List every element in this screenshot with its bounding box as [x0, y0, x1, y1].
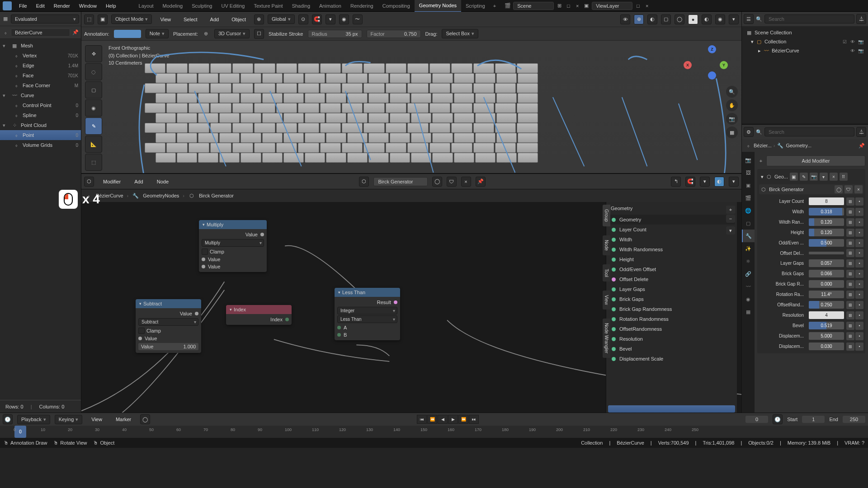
snap-to-icon[interactable]: ▾	[326, 14, 335, 24]
mod-options-icon[interactable]: ▾	[820, 173, 828, 181]
gp-item-2[interactable]: Witdh	[608, 235, 735, 244]
mod-render-icon[interactable]: 📷	[810, 173, 818, 181]
node-canvas[interactable]: Multiply Value Multiply Clamp Value Valu…	[81, 202, 741, 413]
menu-help[interactable]: Help	[101, 0, 121, 12]
keying-menu[interactable]: Keying	[55, 415, 83, 424]
tool-annotate[interactable]: ✎	[85, 117, 102, 135]
vtab-node-wrangler[interactable]: Node Wrangler	[603, 319, 610, 358]
gp-item-4[interactable]: Height	[608, 254, 735, 264]
timeline-ruler[interactable]: 0 01020304050607080901001101201301401501…	[0, 426, 868, 438]
snap-icon[interactable]: 🧲	[312, 14, 322, 24]
ws-sculpting[interactable]: Sculpting	[187, 0, 217, 12]
tree-volume[interactable]: ⬨Volume Grids0	[0, 140, 81, 150]
mode-dropdown[interactable]: Object Mode	[111, 14, 152, 24]
pin-icon[interactable]: 📌	[72, 29, 79, 36]
ptab-world[interactable]: 🌐	[742, 204, 755, 217]
ptab-output[interactable]: 🖼	[742, 166, 755, 179]
node-group-icon[interactable]: ⬡	[359, 177, 369, 187]
ptab-scene[interactable]: 🎬	[742, 192, 755, 204]
tree-mesh[interactable]: ▾▦Mesh	[0, 41, 81, 51]
out-scene-collection[interactable]: ▦Scene Collection	[744, 28, 866, 37]
ws-texture[interactable]: Texture Paint	[249, 0, 287, 12]
node-fake-icon[interactable]: 🛡	[447, 177, 457, 187]
node-snap-to-icon[interactable]: ▾	[700, 177, 710, 187]
node-users-icon[interactable]: ◯	[432, 177, 442, 187]
pc-pin-icon[interactable]: 📌	[858, 142, 865, 149]
ws-animation[interactable]: Animation	[315, 0, 346, 12]
pan-icon[interactable]: ✋	[726, 99, 738, 111]
eval-mode-dropdown[interactable]: Evaluated	[11, 14, 79, 23]
xray-icon[interactable]: ▢	[661, 14, 671, 24]
pc-obj[interactable]: Bézier...	[754, 143, 772, 148]
prop-search[interactable]: Search	[764, 127, 854, 136]
layer-new-icon[interactable]: □	[634, 2, 642, 9]
gp-item-1[interactable]: Layer Count	[608, 225, 735, 235]
col-hide-icon[interactable]: 👁	[849, 38, 856, 45]
placement-dropdown[interactable]: 3D Cursor	[214, 29, 250, 38]
3d-viewport[interactable]: ✥ ◌ ▢ ◉ ✎ 📐 ⬚ Front Orthographic (0) Col…	[81, 41, 741, 173]
node-overlay-opt-icon[interactable]: ▾	[729, 177, 739, 187]
ws-geometry-nodes[interactable]: Geometry Nodes	[415, 0, 461, 12]
add-mod-icon[interactable]: +	[757, 157, 764, 164]
menu-add-node[interactable]: Add	[130, 176, 148, 188]
lessthan-op[interactable]: Less Than	[337, 315, 397, 323]
menu-object[interactable]: Object	[227, 14, 250, 25]
node-lessthan[interactable]: Less Than Result Integer Less Than A B	[335, 288, 400, 340]
tree-facecorner[interactable]: ⬨Face CornerM	[0, 80, 81, 90]
ptab-viewlayer[interactable]: ▣	[742, 179, 755, 192]
tool-rotate[interactable]: ◉	[85, 99, 102, 117]
mod-extras-icon[interactable]: ⠿	[840, 173, 848, 181]
annotation-note[interactable]: Note	[146, 29, 169, 38]
node-index[interactable]: Index Index	[226, 305, 292, 325]
shading-solid-icon[interactable]: ●	[688, 14, 698, 24]
gp-item-5[interactable]: Odd/Even Offset	[608, 264, 735, 274]
ptab-constraints[interactable]: 🔗	[742, 267, 755, 280]
tree-curve[interactable]: ▾〰Curve	[0, 90, 81, 100]
ws-scripting[interactable]: Scripting	[461, 0, 490, 12]
ptab-texture[interactable]: ▦	[742, 305, 755, 318]
spreadsheet-icon[interactable]: ▦	[2, 15, 9, 23]
node-multiply[interactable]: Multiply Value Multiply Clamp Value Valu…	[199, 220, 267, 272]
object-icon[interactable]: ⬨	[2, 29, 9, 36]
shading-material-icon[interactable]: ◐	[702, 14, 712, 24]
proportional-icon[interactable]: ◉	[339, 14, 349, 24]
scene-name[interactable]: Scene	[513, 2, 554, 10]
tree-cp[interactable]: ⬨Control Point0	[0, 100, 81, 110]
axis-z[interactable]: Z	[708, 45, 716, 53]
jump-prev-key[interactable]: ⏪	[427, 415, 437, 424]
curve-render-icon[interactable]: 📷	[857, 47, 864, 54]
axis-x[interactable]: X	[684, 61, 692, 69]
node-multiply-header[interactable]: Multiply	[199, 220, 267, 229]
gp-scrollbar[interactable]	[608, 405, 735, 413]
menu-view[interactable]: View	[156, 14, 175, 25]
col-render-icon[interactable]: 📷	[857, 38, 864, 45]
gen-users[interactable]: ◯	[835, 185, 843, 193]
tree-pointcloud[interactable]: ▾⁘Point Cloud	[0, 120, 81, 130]
ws-layout[interactable]: Layout	[134, 0, 158, 12]
ptab-material[interactable]: ◉	[742, 293, 755, 305]
drag-dropdown[interactable]: Select Box	[442, 29, 478, 38]
vtab-tool[interactable]: Tool	[603, 264, 610, 282]
view-layer[interactable]: ViewLayer	[592, 2, 632, 10]
axis-neg-y[interactable]	[708, 71, 716, 80]
prop-options-icon[interactable]: ⏃	[856, 127, 866, 137]
gp-item-6[interactable]: Offset Delete	[608, 274, 735, 284]
annotation-color[interactable]	[114, 30, 141, 38]
axis-y[interactable]: Y	[720, 61, 728, 69]
filter-icon[interactable]: ⏃	[856, 14, 866, 24]
orientation-dropdown[interactable]: Global	[268, 14, 295, 24]
jump-next-key[interactable]: ⏩	[458, 415, 468, 424]
stabilize-checkbox[interactable]: ☐	[254, 29, 264, 39]
autokey-icon[interactable]: ◯	[140, 414, 150, 424]
menu-edit[interactable]: Edit	[32, 0, 49, 12]
tool-cursor[interactable]: ✥	[85, 45, 102, 62]
vtab-node[interactable]: Node	[603, 235, 610, 255]
mod-delete-icon[interactable]: ×	[830, 173, 838, 181]
ws-shading[interactable]: Shading	[288, 0, 315, 12]
gp-remove[interactable]: −	[726, 215, 735, 223]
tool-measure[interactable]: 📐	[85, 136, 102, 153]
play-reverse[interactable]: ◀	[438, 415, 448, 424]
persp-icon[interactable]: ▦	[726, 127, 738, 138]
tool-addcube[interactable]: ⬚	[85, 154, 102, 171]
out-curve[interactable]: ▸〰BézierCurve 👁 📷	[744, 46, 866, 55]
